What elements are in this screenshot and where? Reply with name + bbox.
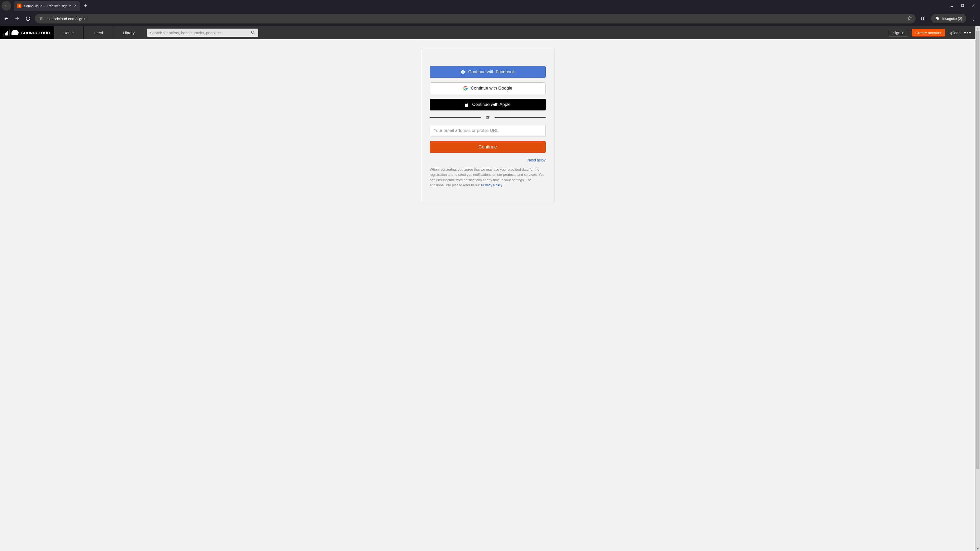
close-tab-button[interactable] [74,4,77,8]
continue-label: Continue [479,144,497,150]
soundcloud-favicon-icon [17,3,21,8]
url-text: soundcloud.com/signin [48,17,904,21]
svg-line-24 [253,33,255,34]
legal-text: When registering, you agree that we may … [430,167,546,188]
google-label: Continue with Google [471,86,512,91]
scroll-up-arrow[interactable]: ▲ [976,26,980,30]
browser-chrome: SoundCloud — Register, sign-in [0,0,980,26]
svg-marker-16 [908,16,912,21]
svg-point-15 [40,19,41,20]
address-bar[interactable]: soundcloud.com/signin [35,14,916,24]
incognito-icon [935,16,940,21]
search-input[interactable] [150,30,251,35]
continue-button[interactable]: Continue [430,141,546,153]
maximize-button[interactable] [961,4,964,8]
forward-button[interactable] [13,15,21,22]
tab-search-button[interactable] [2,1,11,11]
header-right: Sign in Create account Upload [884,26,975,39]
svg-point-14 [41,18,42,19]
nav-home[interactable]: Home [54,26,84,39]
close-window-button[interactable] [971,4,975,8]
nav-feed[interactable]: Feed [84,26,114,39]
browser-tab[interactable]: SoundCloud — Register, sign-in [14,1,80,11]
side-panel-button[interactable] [919,14,928,23]
back-button[interactable] [3,15,10,22]
browser-menu-button[interactable]: ⋮ [970,16,977,21]
toolbar-right: Incognito (2) ⋮ [919,14,977,23]
scroll-down-arrow[interactable]: ▼ [976,546,980,551]
nav-library[interactable]: Library [114,26,144,39]
more-menu-button[interactable] [964,32,971,33]
brand-text: SOUNDCLOUD [21,30,50,35]
soundcloud-header: SOUNDCLOUD Home Feed Library Sign in Cre… [0,26,975,39]
apple-icon [465,103,469,107]
titlebar: SoundCloud — Register, sign-in [0,0,980,12]
svg-point-23 [251,31,254,33]
signin-card-wrap: Continue with Facebook Continue with Goo… [0,39,975,203]
incognito-indicator[interactable]: Incognito (2) [931,14,966,23]
nav-library-label: Library [123,30,135,35]
search-bar[interactable] [147,29,258,37]
svg-rect-17 [921,17,925,20]
or-text: or [486,115,490,120]
sign-in-label: Sign in [893,30,904,35]
need-help-link[interactable]: Need help? [527,158,546,162]
scroll-track[interactable] [976,30,980,546]
continue-google-button[interactable]: Continue with Google [430,83,546,94]
search-icon[interactable] [251,30,255,35]
svg-point-19 [936,19,937,20]
svg-point-13 [40,17,41,18]
signin-card: Continue with Facebook Continue with Goo… [421,48,555,203]
create-account-button[interactable]: Create account [912,29,945,37]
soundcloud-cloud-icon [11,30,19,35]
upload-link[interactable]: Upload [948,30,961,35]
facebook-label: Continue with Facebook [468,69,515,75]
soundcloud-waveform-icon [3,30,10,35]
tab-title: SoundCloud — Register, sign-in [24,4,71,8]
or-divider: or [430,115,546,120]
continue-facebook-button[interactable]: Continue with Facebook [430,66,546,78]
upload-label: Upload [948,30,961,35]
scroll-thumb[interactable] [976,30,980,469]
nav-home-label: Home [63,30,73,35]
browser-toolbar: soundcloud.com/signin Incognito (2) ⋮ [0,12,980,26]
new-tab-button[interactable] [83,3,88,8]
soundcloud-logo[interactable]: SOUNDCLOUD [0,26,54,39]
svg-rect-5 [961,4,964,6]
viewport: SOUNDCLOUD Home Feed Library Sign in Cre… [0,26,980,551]
create-account-label: Create account [915,30,942,35]
svg-point-20 [938,19,939,20]
bookmark-star-icon[interactable] [907,16,912,21]
help-row: Need help? [430,158,546,162]
window-controls [950,4,980,8]
privacy-policy-link[interactable]: Privacy Policy [481,183,502,187]
vertical-scrollbar[interactable]: ▲ ▼ [975,26,980,551]
nav-feed-label: Feed [94,30,103,35]
facebook-icon [461,70,465,74]
google-icon [463,86,468,91]
site-settings-icon[interactable] [38,16,44,21]
reload-button[interactable] [24,15,32,22]
search-wrap [144,26,884,39]
minimize-button[interactable] [950,4,954,8]
continue-apple-button[interactable]: Continue with Apple [430,99,546,110]
sign-in-button[interactable]: Sign in [889,29,908,37]
page-content: SOUNDCLOUD Home Feed Library Sign in Cre… [0,26,975,551]
email-field[interactable] [430,125,546,137]
incognito-label: Incognito (2) [942,17,962,21]
apple-label: Continue with Apple [472,102,511,107]
chevron-down-icon [5,4,8,7]
legal-post: . [502,183,503,187]
